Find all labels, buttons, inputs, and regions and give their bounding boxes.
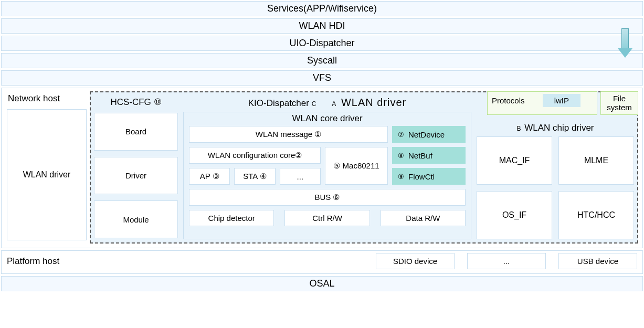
platform-title: Platform host [7,256,59,267]
core-box: WLAN core driver WLAN message ① ⑦NetDevi… [183,112,471,239]
sdio-device: SDIO device [376,253,455,269]
usb-device: USB device [558,253,637,269]
osal-row: OSAL [1,276,643,291]
ctrl-rw: Ctrl R/W [284,210,369,226]
sta-box: STA ④ [234,168,275,185]
protocols-wrap: Protocols lwIP File system [487,91,638,115]
syscall-row: Syscall [1,53,643,68]
chip-detector: Chip detector [189,210,274,226]
chip-col: B WLAN chip driver MAC_IF MLME OS_IF HTC… [477,123,634,239]
wlan-driver-title: A WLAN driver [332,97,406,109]
data-rw: Data R/W [381,210,466,226]
netdevice: ⑦NetDevice [392,126,466,143]
mac-if: MAC_IF [477,136,552,185]
uio-row: UIO-Dispatcher [1,36,643,51]
chip-title: B WLAN chip driver [477,123,634,136]
flowctl: ⑨FlowCtl [392,168,466,185]
center-col: KIO-Dispatcher C A WLAN driver WLAN core… [183,96,471,239]
wlan-driver-box: WLAN driver [7,109,87,240]
core-title: WLAN core driver [189,113,466,126]
plat-dots: ... [467,253,546,269]
lwip-box: lwIP [543,94,580,107]
wlan-config-core: WLAN configuration core② [189,147,321,164]
services-row: Services(APP/Wifiservice) [1,1,643,16]
protocols-label: Protocols [492,96,525,105]
down-arrow-icon [618,28,632,57]
hcs-driver: Driver [94,157,178,195]
platform-host: Platform host SDIO device ... USB device [1,250,643,274]
hcs-title: HCS-CFG ⑩ [94,96,178,113]
network-host-col: Network host WLAN driver [6,91,90,244]
hcs-module: Module [94,200,178,238]
mac80211: ⑤ Mac80211 [325,147,388,185]
dots-box: ... [280,168,321,185]
wlan-message: WLAN message ① [189,126,388,143]
ap-box: AP ③ [189,168,230,185]
file-system-box: File system [600,91,638,115]
os-if: OS_IF [477,191,552,239]
netbuf: ⑧NetBuf [392,147,466,164]
kio-label: KIO-Dispatcher C [248,98,318,109]
protocols-box: Protocols lwIP [487,91,597,115]
network-host-title: Network host [6,91,90,109]
mlme: MLME [558,136,634,185]
htc-hcc: HTC/HCC [558,191,634,239]
hcs-col: HCS-CFG ⑩ Board Driver Module [94,96,178,239]
vfs-row: VFS [1,70,643,86]
hdi-row: WLAN HDI [1,18,643,34]
main-area: Protocols lwIP File system Network host … [1,88,643,248]
bus-box: BUS ⑥ [189,189,466,206]
hcs-board: Board [94,113,178,151]
